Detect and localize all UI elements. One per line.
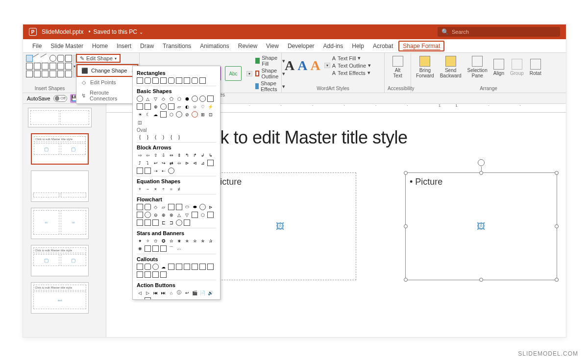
shape-callout[interactable] bbox=[207, 264, 214, 270]
tab-view[interactable]: View bbox=[262, 39, 283, 53]
shape-arrow[interactable]: ↪ bbox=[160, 160, 167, 166]
shape-fill-button[interactable]: Shape Fill ▾ bbox=[255, 55, 285, 67]
shape-arrow[interactable]: ⊿ bbox=[199, 160, 206, 166]
shape-callout[interactable] bbox=[192, 264, 198, 270]
shape-arrow[interactable]: ⇨ bbox=[137, 152, 143, 158]
shape-item[interactable] bbox=[184, 219, 190, 226]
shape-item[interactable] bbox=[176, 111, 182, 118]
shape-item[interactable] bbox=[168, 77, 174, 84]
save-status-dropdown[interactable]: Saved to this PC ⌄ bbox=[94, 28, 143, 35]
shape-item[interactable] bbox=[199, 204, 206, 210]
tab-help[interactable]: Help bbox=[347, 39, 368, 53]
shape-action[interactable]: 🔊 bbox=[207, 290, 214, 296]
shape-star[interactable]: ✪ bbox=[160, 238, 167, 244]
shape-item[interactable] bbox=[207, 212, 214, 218]
shape-callout[interactable] bbox=[145, 271, 151, 278]
resize-handle[interactable] bbox=[555, 224, 559, 228]
shape-item[interactable]: △ bbox=[176, 212, 182, 218]
shape-item[interactable] bbox=[168, 103, 174, 110]
menu-edit-points[interactable]: ◇ Edit Points bbox=[76, 77, 138, 88]
shape-banner[interactable] bbox=[152, 245, 159, 252]
shape-action[interactable]: ◁ bbox=[137, 290, 143, 296]
shape-action[interactable]: ⓘ bbox=[176, 290, 182, 296]
shape-callout[interactable] bbox=[137, 271, 143, 278]
shape-arrow[interactable]: ↰ bbox=[184, 152, 190, 158]
tab-draw[interactable]: Draw bbox=[136, 39, 158, 53]
shape-item[interactable]: ⬡ bbox=[199, 212, 206, 218]
search-input[interactable]: 🔍 Search bbox=[438, 27, 560, 37]
shape-arrow[interactable]: ⇄ bbox=[168, 160, 174, 166]
shape-item[interactable]: ⊘ bbox=[184, 111, 190, 118]
shape-plus[interactable]: + bbox=[137, 186, 143, 192]
tab-shape-format[interactable]: Shape Format bbox=[398, 41, 444, 51]
shape-minus[interactable]: − bbox=[145, 186, 151, 192]
shape-arrow[interactable] bbox=[145, 168, 151, 174]
text-outline-button[interactable]: A Text Outline ▾ bbox=[332, 62, 371, 69]
shape-item[interactable] bbox=[184, 77, 190, 84]
shape-arrow[interactable]: ⇠ bbox=[160, 168, 167, 174]
shape-item[interactable]: ◫ bbox=[137, 119, 143, 125]
shape-oval[interactable] bbox=[137, 96, 143, 102]
edit-shape-button[interactable]: ✎ Edit Shape ▾ bbox=[76, 54, 121, 63]
shape-callout[interactable] bbox=[199, 264, 206, 270]
shape-action[interactable]: ⏮ bbox=[152, 290, 159, 296]
shape-arrow[interactable]: ↳ bbox=[207, 152, 214, 158]
shape-item[interactable]: ☾ bbox=[145, 111, 151, 118]
tab-home[interactable]: Home bbox=[88, 39, 112, 53]
shape-star[interactable]: ❋ bbox=[137, 245, 143, 252]
shape-oval-highlighted[interactable] bbox=[192, 111, 198, 118]
tab-addins[interactable]: Add-ins bbox=[319, 39, 348, 53]
alt-text-button[interactable]: AltText bbox=[388, 55, 408, 79]
shape-item[interactable]: ⊕ bbox=[152, 103, 159, 110]
shape-item[interactable]: ☺ bbox=[192, 103, 198, 110]
shape-item[interactable] bbox=[176, 77, 182, 84]
shape-item[interactable] bbox=[192, 96, 198, 102]
shape-item[interactable] bbox=[152, 219, 159, 226]
shape-equals[interactable]: = bbox=[168, 186, 174, 192]
shape-item[interactable]: ◇ bbox=[152, 204, 159, 210]
group-button[interactable]: Group bbox=[508, 55, 526, 79]
shape-item[interactable] bbox=[199, 77, 206, 84]
shape-banner[interactable] bbox=[145, 245, 151, 252]
shape-item[interactable]: ▽ bbox=[184, 212, 190, 218]
shape-star[interactable]: ✮ bbox=[192, 238, 198, 244]
shape-multiply[interactable]: × bbox=[152, 186, 159, 192]
shape-star[interactable]: ✫ bbox=[168, 238, 174, 244]
shape-action[interactable] bbox=[145, 297, 151, 300]
shape-item[interactable]: } bbox=[145, 134, 151, 140]
shape-item[interactable]: ⬡ bbox=[176, 96, 182, 102]
shape-action[interactable]: ? bbox=[137, 297, 143, 300]
shape-arrow[interactable]: ⬄ bbox=[176, 160, 182, 166]
shape-item[interactable]: ☀ bbox=[137, 111, 143, 118]
picture-icon[interactable]: 🖼 bbox=[276, 221, 285, 232]
shape-callout[interactable] bbox=[152, 271, 159, 278]
tab-acrobat[interactable]: Acrobat bbox=[368, 39, 397, 53]
shape-item[interactable] bbox=[137, 212, 143, 218]
shape-arrow[interactable]: ⊳ bbox=[184, 160, 190, 166]
wordart-preset-2[interactable]: A bbox=[297, 58, 307, 73]
autosave-toggle[interactable]: Off bbox=[53, 95, 67, 102]
tab-file[interactable]: File bbox=[28, 39, 46, 53]
shape-item[interactable] bbox=[160, 103, 167, 110]
layout-thumbnail[interactable] bbox=[31, 170, 89, 202]
shape-arrow[interactable]: ↱ bbox=[192, 152, 198, 158]
shape-callout[interactable] bbox=[168, 264, 174, 270]
shape-item[interactable]: ◐ bbox=[184, 103, 190, 110]
shape-arrow[interactable]: ⤵ bbox=[145, 160, 151, 166]
shape-item[interactable]: ⬠ bbox=[168, 96, 174, 102]
style-gallery-more[interactable]: ▾ bbox=[246, 71, 252, 76]
resize-handle[interactable] bbox=[479, 278, 483, 282]
shape-item[interactable]: ⊐ bbox=[168, 219, 174, 226]
shape-item[interactable] bbox=[137, 103, 143, 110]
shape-item[interactable]: ⬬ bbox=[192, 204, 198, 210]
picture-placeholder-right-selected[interactable]: • Picture 🖼 bbox=[405, 172, 557, 280]
shape-arrow[interactable]: ⤴ bbox=[137, 160, 143, 166]
shape-arrow[interactable]: ↲ bbox=[199, 152, 206, 158]
shape-item[interactable]: ▽ bbox=[152, 96, 159, 102]
shape-item[interactable] bbox=[176, 204, 182, 210]
picture-icon[interactable]: 🖼 bbox=[477, 221, 486, 232]
shape-item[interactable]: ⊡ bbox=[207, 111, 214, 118]
shape-arrow[interactable]: ↩ bbox=[152, 160, 159, 166]
shape-callout[interactable] bbox=[184, 264, 190, 270]
resize-handle[interactable] bbox=[404, 278, 408, 282]
